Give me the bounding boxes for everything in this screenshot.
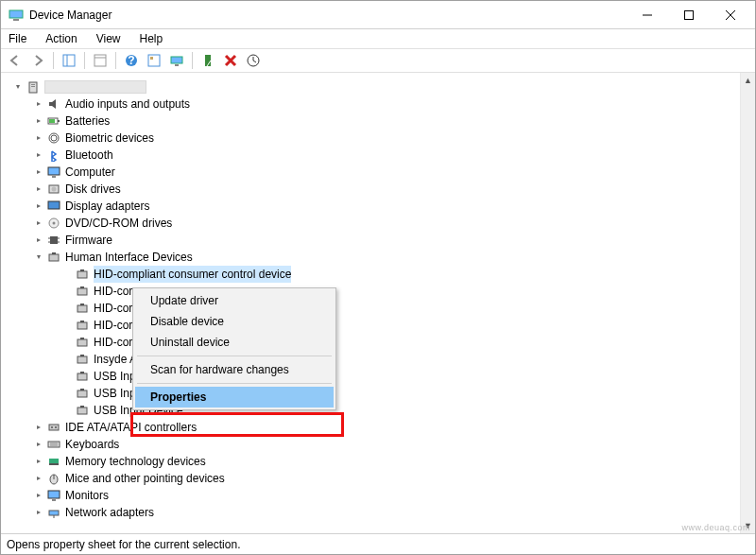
uninstall-device-button[interactable]	[220, 50, 241, 71]
context-update-driver[interactable]: Update driver	[135, 290, 334, 311]
status-text: Opens property sheet for the current sel…	[7, 538, 240, 551]
display-icon	[46, 199, 61, 214]
update-driver-button[interactable]	[243, 50, 264, 71]
tree-indent	[61, 371, 73, 382]
tree-category-7[interactable]: ▸DVD/CD-ROM drives	[1, 215, 740, 232]
svg-rect-68	[48, 491, 60, 498]
forward-button[interactable]	[27, 50, 48, 71]
svg-point-32	[53, 222, 56, 225]
expand-icon[interactable]: ▸	[33, 217, 44, 229]
scan-hardware-button[interactable]	[166, 50, 187, 71]
tree-item-label: HID-cor	[94, 317, 132, 334]
context-disable-device[interactable]: Disable device	[135, 311, 334, 332]
tree-category-5[interactable]: ▸Disk drives	[1, 181, 740, 198]
tree-category-2[interactable]: ▸Biometric devices	[1, 130, 740, 147]
properties-button[interactable]	[90, 50, 111, 71]
enable-device-button[interactable]	[198, 50, 218, 71]
expand-icon[interactable]: ▸	[33, 115, 44, 127]
fingerprint-icon	[46, 130, 61, 146]
tree-category-1[interactable]: ▸Batteries	[1, 113, 740, 130]
tree-category-14[interactable]: ▸Monitors	[1, 487, 740, 504]
tree-category-8[interactable]: ▸Firmware	[1, 232, 740, 249]
tree-category-10[interactable]: ▸IDE ATA/ATAPI controllers	[1, 419, 740, 436]
tree-category-13[interactable]: ▸Mice and other pointing devices	[1, 470, 740, 487]
expand-icon[interactable]: ▸	[33, 473, 44, 484]
close-button[interactable]	[710, 2, 751, 28]
expand-icon[interactable]: ▸	[33, 132, 44, 144]
tree-category-0[interactable]: ▸Audio inputs and outputs	[1, 95, 740, 113]
svg-rect-22	[58, 120, 60, 122]
context-uninstall-device[interactable]: Uninstall device	[135, 332, 334, 353]
minimize-button[interactable]	[627, 2, 668, 28]
tree-category-4[interactable]: ▸Computer	[1, 164, 740, 181]
hid-icon	[75, 267, 90, 282]
hid-icon	[75, 386, 90, 401]
tree-device-3[interactable]: HID-cor	[1, 317, 740, 334]
svg-rect-1	[13, 19, 19, 21]
hid-icon	[46, 250, 61, 265]
svg-rect-6	[63, 55, 75, 66]
show-hide-tree-button[interactable]	[59, 50, 79, 71]
tree-category-9[interactable]: ▾Human Interface Devices	[1, 249, 740, 266]
svg-point-59	[51, 426, 53, 428]
tree-device-0[interactable]: HID-compliant consumer control device	[1, 266, 740, 283]
device-tree[interactable]: ▾▸Audio inputs and outputs▸Batteries▸Bio…	[1, 73, 740, 533]
back-button[interactable]	[5, 50, 26, 71]
svg-rect-43	[80, 286, 84, 288]
tree-item-label: Insyde A	[94, 351, 137, 368]
collapse-icon[interactable]: ▾	[33, 251, 44, 263]
expand-icon[interactable]: ▸	[33, 456, 44, 467]
tree-device-7[interactable]: USB Inp	[1, 385, 740, 402]
svg-rect-18	[29, 82, 37, 93]
tree-root-label	[44, 80, 146, 94]
menu-file[interactable]: File	[5, 31, 30, 46]
expand-icon[interactable]: ▸	[33, 439, 44, 450]
expand-icon[interactable]: ▸	[33, 200, 44, 212]
tree-category-12[interactable]: ▸Memory technology devices	[1, 453, 740, 470]
tree-device-8[interactable]: USB Input Device	[1, 402, 740, 419]
menu-help[interactable]: Help	[136, 31, 167, 46]
tree-device-5[interactable]: Insyde A	[1, 351, 740, 368]
tree-item-label: HID-compliant consumer control device	[94, 266, 291, 283]
expand-icon[interactable]: ▸	[33, 422, 44, 433]
scroll-up-arrow[interactable]: ▲	[741, 73, 755, 88]
svg-rect-61	[48, 442, 60, 447]
tree-category-3[interactable]: ▸Bluetooth	[1, 147, 740, 164]
expand-icon[interactable]: ▸	[33, 149, 44, 161]
context-properties[interactable]: Properties	[135, 387, 334, 408]
expand-icon[interactable]: ▸	[33, 183, 44, 195]
context-separator	[137, 383, 332, 384]
collapse-icon[interactable]: ▾	[12, 81, 24, 93]
expand-icon[interactable]: ▸	[33, 98, 44, 110]
tree-root[interactable]: ▾	[1, 78, 740, 95]
action-bar-button[interactable]	[144, 50, 164, 71]
tree-device-6[interactable]: USB Inp	[1, 368, 740, 385]
help-button[interactable]: ?	[121, 50, 142, 71]
tree-device-1[interactable]: HID-cor	[1, 283, 740, 300]
tree-device-2[interactable]: HID-cor	[1, 300, 740, 317]
svg-rect-19	[31, 84, 35, 85]
expand-icon[interactable]: ▸	[33, 166, 44, 178]
vertical-scrollbar[interactable]: ▲ ▼	[740, 73, 755, 533]
tree-device-4[interactable]: HID-cor	[1, 334, 740, 351]
svg-rect-42	[77, 288, 87, 295]
expand-icon[interactable]: ▸	[33, 507, 44, 518]
svg-rect-53	[80, 372, 84, 373]
svg-point-25	[51, 135, 57, 141]
svg-rect-51	[80, 355, 84, 356]
menu-view[interactable]: View	[93, 31, 125, 46]
maximize-button[interactable]	[668, 2, 710, 28]
svg-rect-41	[80, 269, 84, 271]
menu-action[interactable]: Action	[42, 31, 80, 46]
expand-icon[interactable]: ▸	[33, 234, 44, 246]
context-scan-hardware[interactable]: Scan for hardware changes	[135, 359, 334, 380]
scroll-track[interactable]	[741, 88, 755, 518]
expand-icon[interactable]: ▸	[33, 490, 44, 501]
svg-rect-54	[77, 390, 87, 397]
tree-category-11[interactable]: ▸Keyboards	[1, 436, 740, 453]
tree-indent	[61, 269, 73, 280]
svg-text:?: ?	[128, 54, 134, 67]
tree-category-6[interactable]: ▸Display adapters	[1, 198, 740, 215]
tree-category-15[interactable]: ▸Network adapters	[1, 504, 740, 521]
svg-rect-26	[48, 167, 60, 175]
